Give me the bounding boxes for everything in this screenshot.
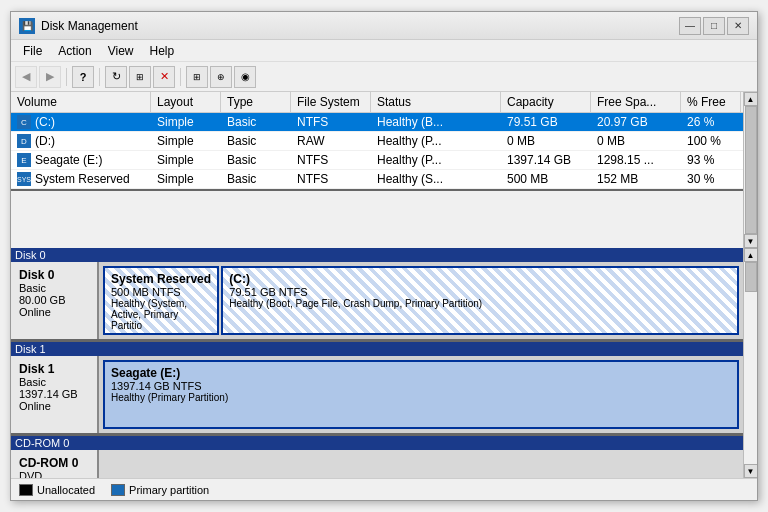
legend-unallocated: Unallocated	[19, 484, 95, 496]
cell-free-2: 1298.15 ...	[591, 151, 681, 169]
cell-volume-3: SYS System Reserved	[11, 170, 151, 188]
menu-help[interactable]: Help	[142, 42, 183, 60]
scroll-up-arrow[interactable]: ▲	[744, 92, 758, 106]
c-drive-partition[interactable]: (C:) 79.51 GB NTFS Healthy (Boot, Page F…	[221, 266, 739, 335]
col-free[interactable]: Free Spa...	[591, 92, 681, 112]
table-row[interactable]: E Seagate (E:) Simple Basic NTFS Healthy…	[11, 151, 743, 170]
col-type[interactable]: Type	[221, 92, 291, 112]
cell-cap-3: 500 MB	[501, 170, 591, 188]
main-window: 💾 Disk Management — □ ✕ File Action View…	[10, 11, 758, 501]
cdrom-0-row: CD-ROM 0 DVD	[11, 450, 743, 478]
lower-scroll-up[interactable]: ▲	[744, 248, 758, 262]
cell-pct-0: 26 %	[681, 113, 741, 131]
disk-1-row: Disk 1 Basic 1397.14 GB Online Seagate (…	[11, 356, 743, 436]
volume-icon-1: D	[17, 134, 31, 148]
cdrom-0-name: CD-ROM 0	[19, 456, 89, 470]
delete-button[interactable]: ✕	[153, 66, 175, 88]
lower-scrollbar[interactable]: ▲ ▼	[743, 248, 757, 478]
disk-1-status: Online	[19, 400, 89, 412]
connect-virtual-button[interactable]: ⊞	[129, 66, 151, 88]
disk-1-partitions: Seagate (E:) 1397.14 GB NTFS Healthy (Pr…	[99, 356, 743, 433]
toolbar-separator-1	[66, 68, 67, 86]
disk-1-label: Disk 1 Basic 1397.14 GB Online	[11, 356, 99, 433]
table-row[interactable]: C (C:) Simple Basic NTFS Healthy (B... 7…	[11, 113, 743, 132]
disk-0-size: 80.00 GB	[19, 294, 89, 306]
lower-scroll-down[interactable]: ▼	[744, 464, 758, 478]
cell-pct-3: 30 %	[681, 170, 741, 188]
volume-icon-0: C	[17, 115, 31, 129]
cell-cap-2: 1397.14 GB	[501, 151, 591, 169]
cdrom-0-type: DVD	[19, 470, 89, 478]
cell-pct-1: 100 %	[681, 132, 741, 150]
minimize-button[interactable]: —	[679, 17, 701, 35]
cell-type-3: Basic	[221, 170, 291, 188]
cell-free-0: 20.97 GB	[591, 113, 681, 131]
cdrom-0-partitions	[99, 450, 743, 478]
menu-file[interactable]: File	[15, 42, 50, 60]
cell-status-0: Healthy (B...	[371, 113, 501, 131]
scroll-thumb[interactable]	[745, 106, 757, 234]
scroll-down-arrow[interactable]: ▼	[744, 234, 758, 248]
col-pct[interactable]: % Free	[681, 92, 741, 112]
properties-button[interactable]: ⊞	[186, 66, 208, 88]
upper-panel: Volume Layout Type File System Status Ca…	[11, 92, 757, 191]
toolbar: ◀ ▶ ? ↻ ⊞ ✕ ⊞ ⊕ ◉	[11, 62, 757, 92]
maximize-button[interactable]: □	[703, 17, 725, 35]
col-volume[interactable]: Volume	[11, 92, 151, 112]
back-button[interactable]: ◀	[15, 66, 37, 88]
col-status[interactable]: Status	[371, 92, 501, 112]
disk-0-type: Basic	[19, 282, 89, 294]
col-layout[interactable]: Layout	[151, 92, 221, 112]
disk-0-partitions: System Reserved 500 MB NTFS Healthy (Sys…	[99, 262, 743, 339]
help-button[interactable]: ?	[72, 66, 94, 88]
partition-size-c: 79.51 GB NTFS	[229, 286, 731, 298]
cell-volume-1: D (D:)	[11, 132, 151, 150]
disk-1-type: Basic	[19, 376, 89, 388]
menu-view[interactable]: View	[100, 42, 142, 60]
lower-scroll-thumb[interactable]	[745, 262, 757, 292]
disk-0-title-bar: Disk 0	[11, 248, 743, 262]
partition-name-e: Seagate (E:)	[111, 366, 731, 380]
toolbar-separator-2	[99, 68, 100, 86]
unallocated-swatch	[19, 484, 33, 496]
partition-name-sys: System Reserved	[111, 272, 211, 286]
cell-type-0: Basic	[221, 113, 291, 131]
cdrom-0-title-bar: CD-ROM 0	[11, 436, 743, 450]
disk-0-label: Disk 0 Basic 80.00 GB Online	[11, 262, 99, 339]
new-disk-button[interactable]: ⊕	[210, 66, 232, 88]
cell-volume-2: E Seagate (E:)	[11, 151, 151, 169]
table-row[interactable]: D (D:) Simple Basic RAW Healthy (P... 0 …	[11, 132, 743, 151]
cdrom-0-label: CD-ROM 0 DVD	[11, 450, 99, 478]
cell-free-1: 0 MB	[591, 132, 681, 150]
cell-fs-2: NTFS	[291, 151, 371, 169]
table-row[interactable]: SYS System Reserved Simple Basic NTFS He…	[11, 170, 743, 189]
cell-status-2: Healthy (P...	[371, 151, 501, 169]
cell-fs-0: NTFS	[291, 113, 371, 131]
primary-swatch	[111, 484, 125, 496]
window-title: Disk Management	[41, 19, 679, 33]
close-button[interactable]: ✕	[727, 17, 749, 35]
refresh-button[interactable]: ↻	[105, 66, 127, 88]
cell-pct-2: 93 %	[681, 151, 741, 169]
system-reserved-partition[interactable]: System Reserved 500 MB NTFS Healthy (Sys…	[103, 266, 219, 335]
disk-0-row: Disk 0 Basic 80.00 GB Online System Rese…	[11, 262, 743, 342]
col-capacity[interactable]: Capacity	[501, 92, 591, 112]
forward-button[interactable]: ▶	[39, 66, 61, 88]
upper-panel-wrapper: Volume Layout Type File System Status Ca…	[11, 92, 757, 248]
cell-layout-3: Simple	[151, 170, 221, 188]
disk-1-title-bar: Disk 1	[11, 342, 743, 356]
seagate-partition[interactable]: Seagate (E:) 1397.14 GB NTFS Healthy (Pr…	[103, 360, 739, 429]
disk-1-size: 1397.14 GB	[19, 388, 89, 400]
disk-view-button[interactable]: ◉	[234, 66, 256, 88]
disk-0-name: Disk 0	[19, 268, 89, 282]
partition-status-c: Healthy (Boot, Page File, Crash Dump, Pr…	[229, 298, 731, 309]
menubar: File Action View Help	[11, 40, 757, 62]
upper-scrollbar[interactable]: ▲ ▼	[743, 92, 757, 248]
disk-0-status: Online	[19, 306, 89, 318]
col-filesystem[interactable]: File System	[291, 92, 371, 112]
cell-status-3: Healthy (S...	[371, 170, 501, 188]
menu-action[interactable]: Action	[50, 42, 99, 60]
cell-status-1: Healthy (P...	[371, 132, 501, 150]
unallocated-label: Unallocated	[37, 484, 95, 496]
cell-layout-2: Simple	[151, 151, 221, 169]
